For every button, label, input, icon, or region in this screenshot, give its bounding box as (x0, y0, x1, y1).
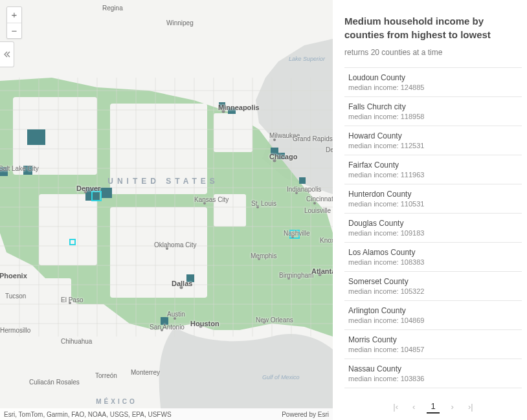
city-label: St. Louis (251, 200, 276, 207)
county-list[interactable]: Loudoun Countymedian income: 124885Falls… (344, 67, 522, 393)
county-income: median income: 104857 (348, 346, 518, 353)
county-income: median income: 109183 (348, 229, 518, 237)
zoom-out-button[interactable]: − (7, 23, 21, 38)
svg-rect-5 (110, 207, 207, 298)
map-pane[interactable]: UNITED STATES MÉXICO Lake Superior Gulf … (0, 0, 333, 420)
county-name: Los Alamos County (348, 248, 518, 257)
city-label: Winnipeg (166, 19, 194, 27)
city-label: Phoenix (0, 272, 27, 280)
city-label: Birmingham (279, 272, 313, 279)
chevron-left-double-icon (3, 50, 11, 58)
county-income: median income: 111963 (348, 171, 518, 179)
county-income: median income: 118958 (348, 113, 518, 120)
label-gulf-mexico: Gulf of Mexico (262, 374, 300, 381)
city-label: New Orleans (256, 316, 293, 324)
county-income: median income: 112531 (348, 142, 518, 149)
city-label: Oklahoma City (154, 241, 197, 249)
city-label: Chicago (269, 153, 297, 160)
county-row[interactable]: Loudoun Countymedian income: 124885 (344, 68, 522, 97)
city-label: Knoxville (320, 237, 333, 244)
city-label: Cincinnati (306, 195, 333, 203)
app-root: UNITED STATES MÉXICO Lake Superior Gulf … (0, 0, 527, 420)
city-label: Torreón (95, 372, 117, 379)
county-income: median income: 110531 (348, 200, 518, 208)
page-last-button[interactable]: ›| (465, 399, 476, 414)
country-label-mx: MÉXICO (96, 398, 137, 405)
page-prev-button[interactable]: ‹ (410, 399, 418, 414)
county-row[interactable]: Hunterdon Countymedian income: 110531 (344, 184, 522, 214)
county-name: Hunterdon County (348, 190, 518, 199)
city-label: Tucson (5, 293, 26, 300)
county-row[interactable]: Fairfax Countymedian income: 111963 (344, 155, 522, 184)
county-row[interactable]: Fairfax citymedian income: 103320 (344, 388, 522, 393)
city-label: Memphis (251, 252, 277, 260)
city-label: Kansas City (194, 196, 229, 203)
basemap-svg (0, 0, 333, 420)
attribution-powered: Powered by Esri (282, 411, 329, 418)
county-income: median income: 103836 (348, 375, 518, 382)
county-row[interactable]: Nassau Countymedian income: 103836 (344, 359, 522, 388)
city-label: Austin (167, 311, 185, 318)
expand-panel-tab[interactable] (0, 41, 14, 67)
svg-rect-4 (39, 194, 97, 265)
panel-subtitle: returns 20 counties at a time (344, 48, 522, 57)
county-income: median income: 108383 (348, 258, 518, 266)
country-label-us: UNITED STATES (107, 177, 219, 186)
county-name: Douglas County (348, 219, 518, 228)
county-row[interactable]: Douglas Countymedian income: 109183 (344, 214, 522, 243)
city-label: De (326, 146, 333, 153)
county-name: Fairfax County (348, 160, 518, 170)
county-name: Loudoun County (348, 73, 518, 82)
county-name: Howard County (348, 131, 518, 140)
pagination: |‹ ‹ 1 › ›| (344, 393, 522, 420)
county-name: Falls Church city (348, 102, 518, 111)
city-label: Houston (190, 320, 219, 327)
svg-rect-8 (27, 129, 45, 145)
city-label: San Antonio (150, 324, 185, 331)
county-name: Morris County (348, 335, 518, 344)
county-row[interactable]: Arlington Countymedian income: 104869 (344, 301, 522, 330)
county-income: median income: 124885 (348, 83, 518, 91)
city-label: Dallas (172, 280, 192, 287)
city-label: El Paso (61, 296, 83, 304)
city-label: Louisville (304, 207, 331, 214)
county-row[interactable]: Los Alamos Countymedian income: 108383 (344, 243, 522, 272)
city-label: Grand Rapids (293, 135, 333, 142)
county-row[interactable]: Howard Countymedian income: 112531 (344, 126, 522, 155)
map-attribution: Esri, TomTom, Garmin, FAO, NOAA, USGS, E… (0, 408, 333, 420)
city-label: Minneapolis (218, 104, 260, 111)
city-label: Denver (76, 184, 100, 192)
city-label: Salt Lake City (0, 165, 39, 172)
county-row[interactable]: Falls Church citymedian income: 118958 (344, 97, 522, 126)
city-label: Regina (102, 5, 123, 12)
page-first-button[interactable]: |‹ (390, 399, 401, 414)
city-label: Nashville (284, 230, 310, 237)
city-label: Atlanta (311, 267, 333, 275)
attribution-sources: Esri, TomTom, Garmin, FAO, NOAA, USGS, E… (4, 411, 172, 418)
zoom-in-button[interactable]: + (7, 7, 21, 23)
city-label: Chihuahua (61, 338, 92, 345)
side-panel: Medium household income by counties from… (333, 0, 527, 420)
svg-rect-15 (299, 177, 306, 184)
city-label: Culiacán Rosales (29, 379, 80, 386)
city-label: Monterrey (131, 369, 160, 376)
county-income: median income: 104869 (348, 316, 518, 324)
county-name: Arlington County (348, 306, 518, 315)
label-lake-superior: Lake Superior (289, 56, 325, 62)
svg-rect-1 (13, 97, 97, 175)
county-name: Somerset County (348, 277, 518, 286)
county-income: median income: 105322 (348, 287, 518, 295)
svg-rect-10 (100, 188, 112, 198)
city-label: Indianapolis (287, 186, 321, 193)
panel-title: Medium household income by counties from… (344, 14, 522, 41)
page-current: 1 (427, 400, 439, 414)
county-name: Nassau County (348, 364, 518, 373)
zoom-control: + − (6, 6, 22, 39)
city-label: Hermosillo (0, 327, 30, 334)
page-next-button[interactable]: › (449, 399, 456, 414)
county-row[interactable]: Somerset Countymedian income: 105322 (344, 272, 522, 301)
county-row[interactable]: Morris Countymedian income: 104857 (344, 330, 522, 359)
